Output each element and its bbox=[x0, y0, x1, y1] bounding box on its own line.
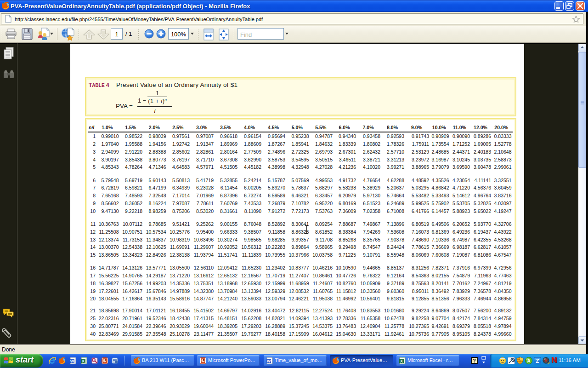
svg-text:Z: Z bbox=[536, 358, 539, 364]
svg-text:A: A bbox=[527, 358, 530, 363]
svg-text:X: X bbox=[82, 359, 85, 363]
svg-text:W: W bbox=[267, 359, 271, 363]
svg-text:W: W bbox=[70, 359, 74, 363]
svg-text:X: X bbox=[400, 359, 403, 363]
